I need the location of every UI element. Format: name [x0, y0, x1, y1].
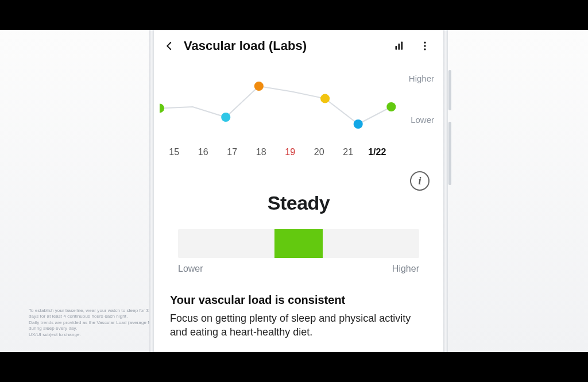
x-tick: 17: [218, 147, 247, 164]
x-tick: 20: [305, 147, 334, 164]
svg-point-8: [254, 82, 264, 91]
scale-labels: Lower Higher: [178, 264, 419, 274]
x-tick: 21: [334, 147, 363, 164]
x-tick: 16: [189, 147, 218, 164]
svg-rect-1: [399, 44, 400, 50]
description-body: Focus on getting plenty of sleep and phy…: [170, 311, 427, 339]
page-title: Vascular load (Labs): [184, 38, 307, 53]
phone-frame-right: [443, 30, 448, 352]
svg-point-7: [221, 113, 230, 122]
info-button[interactable]: i: [410, 171, 430, 191]
phone-side-button: [448, 122, 451, 185]
phone-frame-left: [149, 30, 154, 352]
svg-point-11: [386, 102, 396, 111]
phone-side-button: [448, 70, 451, 110]
scale-segment-active: [274, 229, 323, 258]
svg-rect-0: [396, 46, 397, 50]
y-label-higher: Higher: [409, 74, 434, 83]
status-card: i Steady Lower Higher: [168, 192, 430, 274]
back-button[interactable]: [160, 36, 179, 56]
stats-button[interactable]: [389, 36, 410, 56]
svg-point-9: [320, 94, 330, 103]
svg-point-6: [160, 103, 164, 113]
x-tick: 18: [247, 147, 276, 164]
svg-point-3: [424, 42, 425, 44]
svg-point-4: [424, 45, 425, 47]
status-scale: [178, 229, 419, 258]
phone-screen: Vascular load (Labs): [154, 30, 443, 352]
phone-mock: Vascular load (Labs): [149, 30, 448, 352]
svg-point-10: [354, 119, 363, 129]
status-title: Steady: [168, 192, 430, 214]
description-block: Your vascular load is consistent Focus o…: [170, 294, 427, 339]
x-tick: 19: [276, 147, 305, 164]
more-vertical-icon: [419, 40, 431, 52]
svg-point-5: [424, 48, 425, 50]
presentation-stage: To establish your baseline, wear your wa…: [0, 30, 588, 352]
chart-x-axis: 151617181920211/22: [160, 147, 392, 164]
svg-rect-2: [401, 42, 403, 50]
x-tick: 15: [160, 147, 189, 164]
scale-label-higher: Higher: [392, 264, 419, 274]
chart-y-labels: Higher Lower: [397, 67, 438, 136]
y-label-lower: Lower: [411, 115, 434, 125]
info-icon: i: [418, 176, 421, 186]
x-tick: 1/22: [363, 147, 392, 164]
bar-chart-icon: [394, 40, 405, 52]
scale-label-lower: Lower: [178, 264, 203, 274]
trend-chart[interactable]: Higher Lower 151617181920211/22: [160, 67, 438, 164]
chevron-left-icon: [164, 41, 175, 51]
description-heading: Your vascular load is consistent: [170, 294, 427, 307]
app-header: Vascular load (Labs): [154, 30, 443, 62]
more-button[interactable]: [415, 36, 435, 56]
